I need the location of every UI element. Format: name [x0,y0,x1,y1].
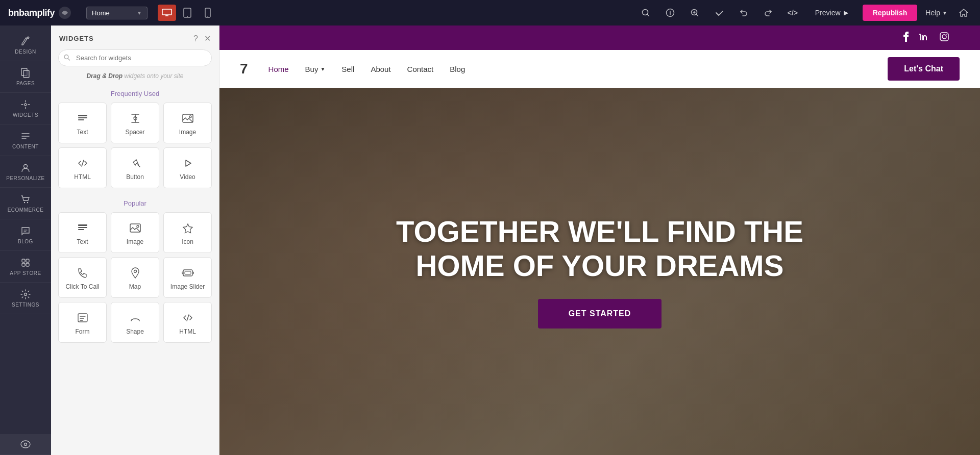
frequently-used-grid: Text Spacer Image HTML Button Video [51,103,219,195]
widget-image-slider-label: Image Slider [170,283,205,290]
republish-button[interactable]: Republish [863,5,918,21]
sidebar-item-content[interactable]: CONTENT [0,124,51,156]
widgets-header-actions: ? ✕ [193,34,211,43]
sidebar-item-pages[interactable]: PAGES [0,61,51,93]
widget-text-1-label: Text [77,129,88,136]
buy-chevron-icon: ▼ [320,66,325,72]
preview-arrow-icon: ▶ [844,9,848,16]
widget-button[interactable]: Button [111,147,159,188]
svg-point-12 [24,165,28,168]
widget-image-slider[interactable]: Image Slider [163,257,212,298]
nav-about[interactable]: About [371,65,390,73]
widget-html-2[interactable]: HTML [163,302,212,343]
canvas-area: 7 Home Buy ▼ Sell About Contact Blog Let… [219,26,980,455]
widget-icon-label: Icon [182,238,193,245]
code-button[interactable]: </> [785,5,801,21]
sidebar-item-widgets[interactable]: WIDGETS [0,93,51,124]
app-store-label: APP STORE [10,270,41,276]
linkedin-icon[interactable] [919,32,929,44]
redo-button[interactable] [760,5,776,21]
zoom-button[interactable] [687,5,703,21]
facebook-icon[interactable] [903,32,909,44]
popular-section-label: Popular [51,195,219,212]
sidebar-item-settings[interactable]: SETTINGS [0,283,51,314]
toolbar-actions: </> Preview ▶ Republish Help ▼ [638,5,972,21]
html-widget-icon [77,157,89,169]
widgets-title: WIDGETS [59,35,94,42]
pages-label: PAGES [16,81,35,86]
svg-point-39 [946,34,947,35]
widget-search-input[interactable] [58,49,212,66]
widget-shape[interactable]: Shape [111,302,159,343]
sidebar-item-personalize[interactable]: PERSONALIZE [0,156,51,188]
widget-image-2-label: Image [127,238,143,245]
mobile-view-button[interactable] [199,5,217,21]
eye-button[interactable] [0,434,51,455]
sidebar-item-blog[interactable]: BLOG [0,219,51,251]
svg-rect-25 [78,119,84,120]
widget-text-1[interactable]: Text [58,103,107,143]
search-button[interactable] [638,5,654,21]
check-button[interactable] [711,5,727,21]
widget-map[interactable]: Map [111,257,159,298]
page-selector[interactable]: Home ▼ [86,7,148,19]
lets-chat-button[interactable]: Let's Chat [888,57,960,81]
image2-widget-icon [129,222,141,234]
sidebar-item-design[interactable]: DESIGN [0,30,51,61]
logo-icon [58,6,72,20]
page-selector-label: Home [92,9,110,17]
svg-rect-10 [23,70,29,78]
home-button[interactable] [955,5,972,21]
svg-point-5 [207,16,208,17]
nav-home[interactable]: Home [268,65,289,73]
svg-rect-23 [78,115,87,116]
nav-contact[interactable]: Contact [407,65,434,73]
widget-video[interactable]: Video [163,147,212,188]
svg-point-20 [21,441,30,448]
widget-icon[interactable]: Icon [163,212,212,253]
undo-button[interactable] [736,5,752,21]
hero-section: TOGETHER WE'LL FIND THE HOME OF YOUR DRE… [219,88,980,455]
help-button[interactable]: Help ▼ [925,9,947,17]
widgets-help-icon[interactable]: ? [193,34,198,43]
logo: bnbamplify [8,6,72,20]
widget-form[interactable]: Form [58,302,107,343]
widget-text-2[interactable]: Text [58,212,107,253]
nav-sell[interactable]: Sell [341,65,354,73]
nav-buy[interactable]: Buy ▼ [305,65,326,73]
help-chevron-icon: ▼ [942,10,947,16]
preview-button[interactable]: Preview ▶ [809,6,854,20]
widgets-close-icon[interactable]: ✕ [204,34,211,43]
svg-point-21 [24,443,27,446]
widget-click-to-call[interactable]: Click To Call [58,257,107,298]
button-widget-icon [129,157,141,169]
widget-image-2[interactable]: Image [111,212,159,253]
widget-image-1[interactable]: Image [163,103,212,143]
widget-html[interactable]: HTML [58,147,107,188]
image-widget-icon [182,112,194,124]
video-widget-icon [182,157,194,169]
main-area: DESIGN PAGES WIDGETS CONTENT PERSONALIZE… [0,26,980,455]
image-slider-widget-icon [182,267,194,279]
logo-text: bnbamplify [8,8,55,18]
info-button[interactable] [662,5,678,21]
personalize-label: PERSONALIZE [6,175,45,181]
widget-shape-label: Shape [126,328,144,335]
content-label: CONTENT [12,144,39,149]
get-started-button[interactable]: GET STARTED [538,299,662,328]
nav-blog[interactable]: Blog [450,65,465,73]
left-sidebar: DESIGN PAGES WIDGETS CONTENT PERSONALIZE… [0,26,51,455]
sidebar-item-app-store[interactable]: APP STORE [0,251,51,283]
preview-label: Preview [815,9,841,17]
widget-spacer[interactable]: Spacer [111,103,159,143]
desktop-view-button[interactable] [158,5,176,21]
widget-form-label: Form [76,328,90,335]
svg-point-22 [64,55,68,59]
instagram-icon[interactable] [939,32,949,44]
sidebar-item-ecommerce[interactable]: ECOMMERCE [0,188,51,219]
svg-rect-30 [78,229,84,230]
nav-links: Home Buy ▼ Sell About Contact Blog [268,65,888,73]
hero-title: TOGETHER WE'LL FIND THE HOME OF YOUR DRE… [396,215,804,283]
shape-widget-icon [129,312,141,324]
tablet-view-button[interactable] [178,5,197,21]
